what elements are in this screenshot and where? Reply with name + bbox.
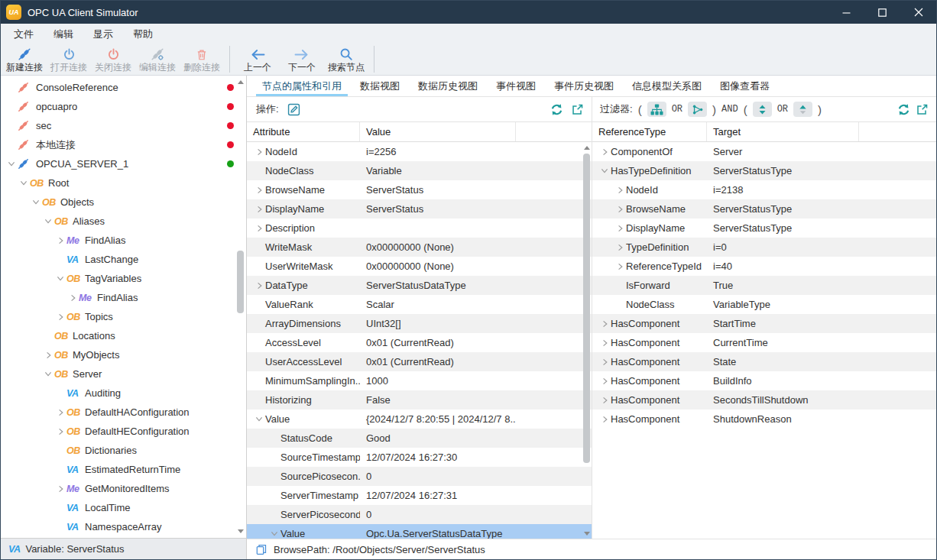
attribute-row[interactable]: HistorizingFalse bbox=[247, 390, 592, 409]
reference-row[interactable]: HasComponentStartTime bbox=[592, 314, 936, 333]
tree-item-sec[interactable]: sec bbox=[1, 116, 246, 135]
attribute-row[interactable]: ValueRankScalar bbox=[247, 295, 592, 314]
attribute-row[interactable]: ValueOpc.Ua.ServerStatusDataType bbox=[247, 524, 592, 539]
scroll-down-icon[interactable] bbox=[238, 529, 244, 533]
attribute-row[interactable]: NodeIdi=2256 bbox=[247, 142, 592, 161]
tree-item-TagVariables[interactable]: OBTagVariables bbox=[1, 269, 246, 288]
attribute-row[interactable]: WriteMask0x00000000 (None) bbox=[247, 238, 592, 257]
refresh-references-button[interactable] bbox=[897, 103, 910, 116]
column-header-Attribute[interactable]: Attribute bbox=[247, 122, 360, 141]
chevron-right-icon[interactable] bbox=[614, 206, 626, 213]
chevron-right-icon[interactable] bbox=[253, 186, 265, 194]
tree-item-ConsoleReference[interactable]: ConsoleReference bbox=[1, 78, 246, 97]
attributes-scroll-thumb[interactable] bbox=[583, 154, 590, 463]
minimize-button[interactable] bbox=[828, 1, 864, 24]
nav-search-button[interactable]: 搜索节点 bbox=[324, 44, 368, 73]
chevron-right-icon[interactable] bbox=[598, 416, 611, 423]
chevron-down-icon[interactable] bbox=[18, 180, 30, 186]
chevron-down-icon[interactable] bbox=[5, 160, 18, 167]
chevron-right-icon[interactable] bbox=[54, 409, 66, 416]
attribute-row[interactable]: UserWriteMask0x00000000 (None) bbox=[247, 257, 592, 276]
connection-plug-edit-button[interactable]: 编辑连接 bbox=[135, 44, 180, 73]
tab-4[interactable]: 事件历史视图 bbox=[545, 76, 623, 96]
reference-row[interactable]: HasComponentBuildInfo bbox=[592, 371, 936, 390]
chevron-right-icon[interactable] bbox=[253, 282, 265, 290]
reference-row[interactable]: NodeClassVariableType bbox=[592, 295, 936, 314]
tree-item-opcuapro[interactable]: opcuapro bbox=[1, 97, 246, 116]
column-header-Value[interactable]: Value bbox=[360, 122, 516, 141]
tree-item-Server[interactable]: OBServer bbox=[1, 364, 246, 384]
menu-item-2[interactable]: 显示 bbox=[83, 24, 123, 44]
reference-row[interactable]: HasTypeDefinitionServerStatusType bbox=[592, 161, 936, 180]
chevron-down-icon[interactable] bbox=[598, 167, 611, 174]
tab-1[interactable]: 数据视图 bbox=[351, 76, 409, 96]
chevron-right-icon[interactable] bbox=[66, 294, 79, 302]
tree-item-Auditing[interactable]: VAAuditing bbox=[1, 384, 246, 403]
tree-item-NamespaceArray[interactable]: VANamespaceArray bbox=[1, 517, 246, 536]
chevron-right-icon[interactable] bbox=[598, 377, 611, 385]
attribute-row[interactable]: ArrayDimensionsUInt32[] bbox=[247, 314, 592, 333]
chevron-down-icon[interactable] bbox=[268, 530, 280, 537]
reference-row[interactable]: IsForwardTrue bbox=[592, 276, 936, 295]
copy-icon[interactable] bbox=[255, 543, 267, 556]
chevron-right-icon[interactable] bbox=[253, 206, 265, 213]
chevron-right-icon[interactable] bbox=[598, 358, 611, 366]
attribute-row[interactable]: ServerTimestamp12/07/2024 16:27:31 bbox=[247, 486, 592, 505]
tree-item-Locations[interactable]: OBLocations bbox=[1, 326, 246, 345]
connection-trash-button[interactable]: 删除连接 bbox=[180, 44, 224, 73]
filter-sort-icon[interactable] bbox=[753, 102, 772, 117]
chevron-right-icon[interactable] bbox=[54, 428, 66, 435]
tree-item-FindAlias[interactable]: MeFindAlias bbox=[1, 288, 246, 307]
tab-6[interactable]: 图像查看器 bbox=[711, 76, 779, 96]
tree-item-DefaultHAConfiguration[interactable]: OBDefaultHAConfiguration bbox=[1, 403, 246, 422]
filter-flow-icon[interactable] bbox=[688, 102, 707, 117]
tree-item-MyObjects[interactable]: OBMyObjects bbox=[1, 345, 246, 364]
chevron-right-icon[interactable] bbox=[54, 485, 66, 493]
scroll-up-icon[interactable] bbox=[584, 146, 590, 150]
reference-row[interactable]: HasComponentCurrentTime bbox=[592, 333, 936, 352]
chevron-down-icon[interactable] bbox=[54, 275, 66, 282]
tree-item-EstimatedReturnTime[interactable]: VAEstimatedReturnTime bbox=[1, 460, 246, 479]
attribute-row[interactable]: SourceTimestamp12/07/2024 16:27:30 bbox=[247, 448, 592, 467]
chevron-right-icon[interactable] bbox=[614, 186, 626, 194]
reference-row[interactable]: BrowseNameServerStatusType bbox=[592, 199, 936, 218]
attribute-row[interactable]: StatusCodeGood bbox=[247, 429, 592, 448]
connection-power-close-button[interactable]: 关闭连接 bbox=[91, 44, 135, 73]
tab-2[interactable]: 数据历史视图 bbox=[409, 76, 487, 96]
export-attributes-button[interactable] bbox=[571, 103, 584, 116]
chevron-right-icon[interactable] bbox=[614, 225, 626, 232]
chevron-right-icon[interactable] bbox=[54, 313, 66, 321]
tab-3[interactable]: 事件视图 bbox=[487, 76, 545, 96]
reference-row[interactable]: ComponentOfServer bbox=[592, 142, 936, 161]
attributes-scrollbar[interactable] bbox=[582, 143, 592, 539]
attribute-row[interactable]: Value{2024/12/7 8:20:55 | 2024/12/7 8... bbox=[247, 409, 592, 429]
scroll-down-icon[interactable] bbox=[584, 532, 590, 536]
refresh-attributes-button[interactable] bbox=[550, 103, 563, 116]
maximize-button[interactable] bbox=[864, 1, 900, 24]
filter-sort-up-icon[interactable] bbox=[793, 102, 812, 117]
tree-item-Dictionaries[interactable]: OBDictionaries bbox=[1, 441, 246, 460]
column-header-ReferenceType[interactable]: ReferenceType bbox=[592, 122, 707, 141]
scroll-up-icon[interactable] bbox=[238, 80, 244, 84]
chevron-right-icon[interactable] bbox=[614, 244, 626, 251]
chevron-down-icon[interactable] bbox=[42, 218, 54, 225]
chevron-right-icon[interactable] bbox=[598, 397, 611, 404]
tab-0[interactable]: 节点的属性和引用 bbox=[253, 76, 351, 96]
attribute-row[interactable]: DataTypeServerStatusDataType bbox=[247, 276, 592, 295]
connection-power-open-button[interactable]: 打开连接 bbox=[47, 44, 91, 73]
attribute-row[interactable]: SourcePicosecon...0 bbox=[247, 467, 592, 486]
attribute-row[interactable]: NodeClassVariable bbox=[247, 161, 592, 180]
tree-item-DefaultHEConfiguration[interactable]: OBDefaultHEConfiguration bbox=[1, 422, 246, 441]
attribute-row[interactable]: MinimumSamplingIn...1000 bbox=[247, 371, 592, 390]
column-header-Target[interactable]: Target bbox=[707, 122, 859, 141]
reference-row[interactable]: TypeDefinitioni=0 bbox=[592, 238, 936, 257]
chevron-right-icon[interactable] bbox=[598, 339, 611, 347]
connection-plug-new-button[interactable]: 新建连接 bbox=[2, 44, 47, 73]
attribute-row[interactable]: AccessLevel0x01 (CurrentRead) bbox=[247, 333, 592, 352]
chevron-right-icon[interactable] bbox=[54, 237, 66, 244]
chevron-right-icon[interactable] bbox=[598, 148, 611, 156]
reference-row[interactable]: HasComponentShutdownReason bbox=[592, 409, 936, 429]
reference-row[interactable]: NodeIdi=2138 bbox=[592, 180, 936, 199]
close-button[interactable] bbox=[900, 1, 936, 24]
reference-row[interactable]: ReferenceTypeIdi=40 bbox=[592, 257, 936, 276]
